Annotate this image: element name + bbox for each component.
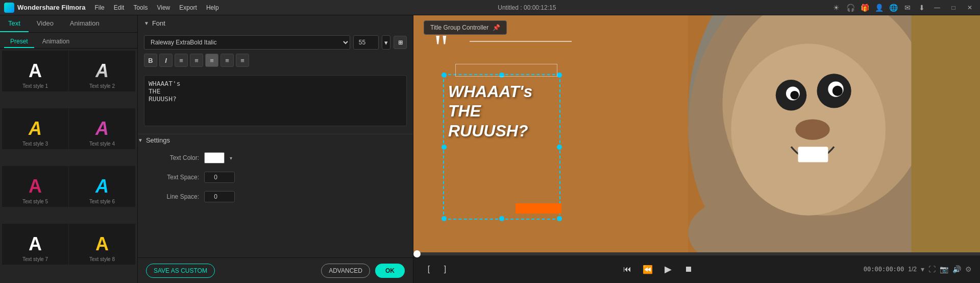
step-back-button[interactable]: ⏪ — [641, 262, 655, 276]
handle-bm[interactable] — [499, 216, 504, 221]
title-group-controller-badge[interactable]: Title Group Controller 📌 — [424, 20, 507, 35]
headphone-icon[interactable]: 🎧 — [845, 3, 855, 13]
ok-button[interactable]: OK — [375, 264, 405, 278]
progress-bar[interactable] — [413, 252, 980, 255]
orange-accent-bar — [516, 203, 561, 214]
menu-edit[interactable]: Edit — [110, 3, 129, 12]
menu-bar: File Edit Tools View Export Help — [90, 3, 223, 12]
line-space-label: Line Space: — [148, 193, 199, 200]
tab-text[interactable]: Text — [0, 15, 29, 32]
font-family-select[interactable]: Raleway ExtraBold Italic — [144, 35, 350, 50]
handle-mr[interactable] — [557, 145, 562, 150]
handle-tr[interactable] — [557, 73, 562, 78]
handle-ml[interactable] — [442, 145, 447, 150]
font-size-input[interactable] — [353, 35, 379, 50]
title-bar-left: Wondershare Filmora File Edit Tools View… — [4, 3, 223, 13]
style-item-7[interactable]: A Text style 7 — [2, 224, 68, 265]
title-group-label: Title Group Controller — [430, 24, 488, 31]
settings-section-header[interactable]: ▼ Settings — [138, 136, 413, 148]
tab-video[interactable]: Video — [29, 15, 62, 32]
style-item-5[interactable]: A Text style 5 — [2, 166, 68, 207]
handle-br[interactable] — [557, 216, 562, 221]
close-button[interactable]: ✕ — [964, 3, 976, 13]
bracket-close-button[interactable]: ] — [438, 262, 452, 276]
text-space-input[interactable] — [204, 172, 235, 183]
menu-help[interactable]: Help — [202, 3, 223, 12]
text-color-row: Text Color: ▾ — [138, 148, 413, 168]
minimize-button[interactable]: — — [931, 3, 943, 13]
sun-icon[interactable]: ☀ — [831, 3, 841, 13]
align-right-button[interactable]: ≡ — [220, 54, 234, 67]
white-outline-box — [455, 64, 557, 77]
font-controls: Raleway ExtraBold Italic ▾ ⊞ B I ≡ ≡ ≡ ≡… — [138, 31, 413, 71]
advanced-button[interactable]: ADVANCED — [321, 264, 370, 278]
settings-collapse-icon: ▼ — [138, 137, 143, 143]
left-tabs: Text Video Animation — [0, 15, 137, 33]
tab-animation[interactable]: Animation — [62, 15, 108, 32]
page-dropdown-icon[interactable]: ▾ — [921, 265, 924, 273]
style-label-4: Text style 4 — [89, 141, 115, 147]
list-button[interactable]: ≡ — [236, 54, 249, 67]
style-item-3[interactable]: A Text style 3 — [2, 108, 68, 149]
align-justify-button[interactable]: ≡ — [205, 54, 218, 67]
preview-text-line2: THE — [448, 101, 532, 121]
text-area-wrapper: WHAAAT's THE RUUUSH? — [138, 71, 413, 132]
accent-line — [470, 41, 572, 42]
menu-tools[interactable]: Tools — [129, 3, 152, 12]
right-panel: " Title Group Controller 📌 — [413, 15, 980, 283]
align-center-button[interactable]: ≡ — [190, 54, 203, 67]
text-space-row: Text Space: — [138, 168, 413, 187]
text-color-swatch[interactable] — [204, 152, 225, 163]
screenshot-icon[interactable]: 📷 — [940, 265, 948, 273]
save-as-custom-button[interactable]: SAVE AS CUSTOM — [146, 264, 215, 278]
align-left-button[interactable]: ≡ — [175, 54, 188, 67]
size-dropdown-button[interactable]: ▾ — [382, 35, 390, 50]
menu-file[interactable]: File — [90, 3, 108, 12]
download-icon[interactable]: ⬇ — [917, 3, 927, 13]
handle-tl[interactable] — [442, 73, 447, 78]
bottom-bar: SAVE AS CUSTOM ADVANCED OK — [138, 257, 413, 283]
font-section-header[interactable]: ▼ Font — [138, 15, 413, 31]
bracket-open-button[interactable]: [ — [422, 262, 436, 276]
line-space-input[interactable] — [204, 191, 235, 202]
settings-section-title: Settings — [146, 136, 170, 144]
play-button[interactable]: ▶ — [661, 262, 675, 276]
browser-icon[interactable]: 🌐 — [888, 3, 898, 13]
style-item-1[interactable]: A Text style 1 — [2, 51, 68, 91]
style-item-8[interactable]: A Text style 8 — [69, 224, 135, 265]
bold-button[interactable]: B — [144, 54, 157, 67]
handle-bl[interactable] — [442, 216, 447, 221]
color-dropdown-icon[interactable]: ▾ — [230, 155, 232, 161]
italic-button[interactable]: I — [159, 54, 173, 67]
text-editor[interactable]: WHAAAT's THE RUUUSH? — [144, 75, 407, 126]
style-item-2[interactable]: A Text style 2 — [69, 51, 135, 91]
style-label-1: Text style 1 — [22, 83, 48, 89]
app-logo-icon — [4, 3, 14, 13]
user-icon[interactable]: 👤 — [874, 3, 884, 13]
mail-icon[interactable]: ✉ — [902, 3, 913, 13]
stop-button[interactable]: ⏹ — [681, 262, 696, 276]
fullscreen-icon[interactable]: ⛶ — [928, 265, 936, 273]
svg-point-11 — [795, 119, 829, 139]
subtab-preset[interactable]: Preset — [4, 36, 34, 48]
preview-area: " Title Group Controller 📌 — [413, 15, 980, 252]
text-overlay: WHAAAT's THE RUUUSH? — [448, 82, 532, 140]
resize-icon-btn[interactable]: ⊞ — [394, 36, 407, 49]
settings-icon[interactable]: ⚙ — [965, 265, 972, 273]
maximize-button[interactable]: □ — [947, 3, 960, 13]
gift-icon[interactable]: 🎁 — [860, 3, 870, 13]
preview-text-line1: WHAAAT's — [448, 82, 532, 101]
style-item-4[interactable]: A Text style 4 — [69, 108, 135, 149]
svg-point-9 — [790, 91, 799, 100]
rewind-button[interactable]: ⏮ — [620, 262, 634, 276]
volume-icon[interactable]: 🔊 — [952, 265, 961, 273]
title-bar-right: ☀ 🎧 🎁 👤 🌐 ✉ ⬇ — □ ✕ — [831, 3, 976, 13]
progress-thumb[interactable] — [413, 250, 421, 257]
menu-export[interactable]: Export — [175, 3, 201, 12]
bracket-buttons: [ ] — [422, 262, 452, 276]
svg-rect-12 — [798, 147, 828, 162]
subtab-animation[interactable]: Animation — [36, 36, 76, 48]
style-item-6[interactable]: A Text style 6 — [69, 166, 135, 207]
menu-view[interactable]: View — [153, 3, 174, 12]
transport-controls: [ ] ⏮ ⏪ ▶ ⏹ 00:00:00:00 1/2 ▾ ⛶ 📷 🔊 ⚙ — [413, 255, 980, 283]
